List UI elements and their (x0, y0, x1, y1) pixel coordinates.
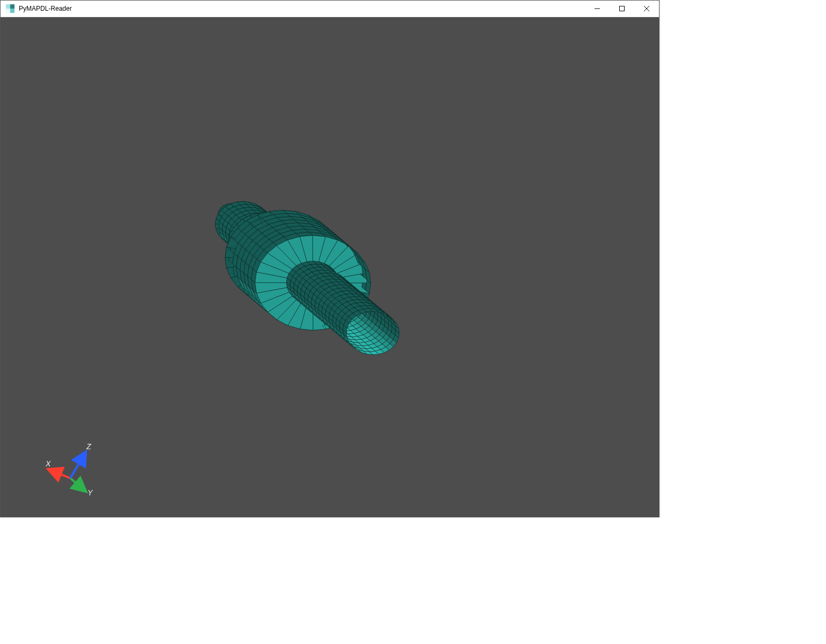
viewport[interactable]: X Y Z (1, 17, 659, 517)
orientation-axes[interactable]: X Y Z (11, 420, 108, 511)
app-window: PyMAPDL-Reader (0, 0, 660, 517)
titlebar[interactable]: PyMAPDL-Reader (1, 1, 659, 17)
axis-x (49, 470, 70, 478)
axis-y (70, 478, 85, 491)
axis-z (70, 452, 85, 478)
axis-z-label: Z (86, 442, 91, 451)
axis-x-label: X (45, 459, 51, 468)
window-title: PyMAPDL-Reader (19, 5, 72, 12)
minimize-button[interactable] (585, 1, 610, 17)
app-icon (6, 4, 15, 13)
svg-rect-0 (620, 6, 625, 11)
close-button[interactable] (634, 1, 659, 17)
maximize-button[interactable] (610, 1, 634, 17)
axis-y-label: Y (88, 488, 93, 497)
